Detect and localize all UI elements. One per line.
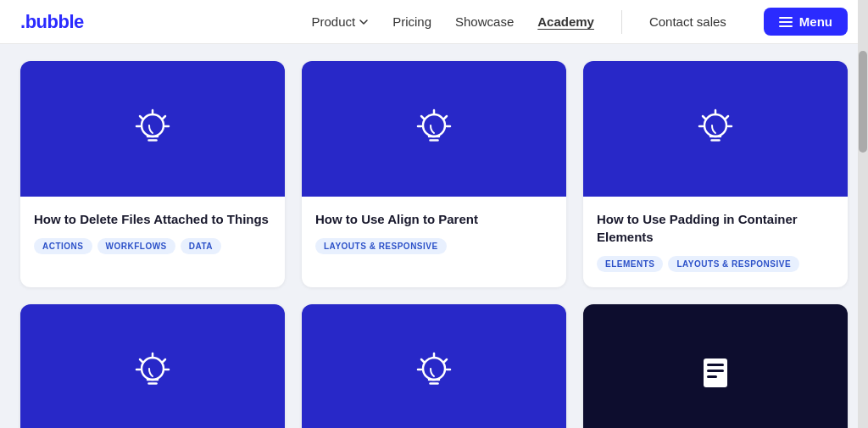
scrollbar[interactable] — [858, 0, 868, 428]
card-1-body: How to Delete Files Attached to Things A… — [20, 197, 285, 270]
tag-elements[interactable]: ELEMENTS — [597, 256, 663, 272]
nav-divider — [621, 10, 622, 34]
tag-workflows[interactable]: WORKFLOWS — [97, 238, 175, 254]
lightbulb-icon — [125, 345, 180, 399]
tag-layouts-responsive-2[interactable]: LAYOUTS & RESPONSIVE — [668, 256, 799, 272]
card-3-title: How to Use Padding in Container Elements — [597, 210, 834, 246]
card-1[interactable]: How to Delete Files Attached to Things A… — [20, 61, 285, 287]
svg-rect-7 — [707, 370, 724, 372]
logo[interactable]: .bubble — [20, 11, 84, 33]
chevron-down-icon — [359, 17, 369, 27]
card-6-thumbnail — [583, 304, 848, 428]
header: .bubble Product Pricing Showcase Academy… — [0, 0, 868, 44]
hamburger-icon — [779, 17, 793, 27]
nav-pricing[interactable]: Pricing — [392, 14, 431, 29]
nav-contact-sales[interactable]: Contact sales — [649, 14, 726, 29]
card-2-thumbnail — [302, 61, 566, 197]
nav-academy[interactable]: Academy — [537, 14, 594, 29]
tag-data[interactable]: DATA — [181, 238, 221, 254]
card-1-tags: ACTIONS WORKFLOWS DATA — [34, 238, 271, 254]
main-nav: Product Pricing Showcase Academy Contact… — [311, 8, 848, 36]
main-content: How to Delete Files Attached to Things A… — [0, 44, 868, 428]
box-icon — [690, 347, 741, 397]
card-5-thumbnail — [302, 304, 566, 428]
card-4-thumbnail — [20, 304, 285, 428]
nav-product[interactable]: Product — [311, 14, 369, 29]
svg-rect-6 — [707, 364, 724, 366]
scrollbar-thumb[interactable] — [859, 51, 867, 153]
card-1-title: How to Delete Files Attached to Things — [34, 210, 271, 228]
card-4[interactable]: How to Use Layout & Sizing Properties in… — [20, 304, 285, 428]
card-3[interactable]: How to Use Padding in Container Elements… — [583, 61, 848, 287]
cards-grid: How to Delete Files Attached to Things A… — [20, 61, 848, 428]
tag-actions[interactable]: ACTIONS — [34, 238, 92, 254]
svg-rect-8 — [707, 375, 717, 378]
nav-showcase[interactable]: Showcase — [455, 14, 514, 29]
card-5[interactable]: How to Drag and Drop Elements in the Ele… — [302, 304, 566, 428]
card-2[interactable]: How to Use Align to Parent LAYOUTS & RES… — [302, 61, 566, 287]
card-3-tags: ELEMENTS LAYOUTS & RESPONSIVE — [597, 256, 834, 272]
lightbulb-icon — [407, 102, 461, 156]
menu-button[interactable]: Menu — [764, 8, 848, 36]
svg-rect-5 — [704, 359, 727, 387]
card-2-tags: LAYOUTS & RESPONSIVE — [315, 238, 553, 254]
lightbulb-icon — [125, 102, 180, 156]
card-6[interactable]: How to Create a Card Component — [583, 304, 848, 428]
card-3-body: How to Use Padding in Container Elements… — [583, 197, 848, 287]
lightbulb-icon — [688, 102, 743, 156]
card-1-thumbnail — [20, 61, 285, 197]
card-3-thumbnail — [583, 61, 848, 197]
card-2-title: How to Use Align to Parent — [315, 210, 553, 228]
tag-layouts-responsive[interactable]: LAYOUTS & RESPONSIVE — [315, 238, 447, 254]
card-2-body: How to Use Align to Parent LAYOUTS & RES… — [302, 197, 566, 270]
lightbulb-icon — [407, 345, 461, 399]
